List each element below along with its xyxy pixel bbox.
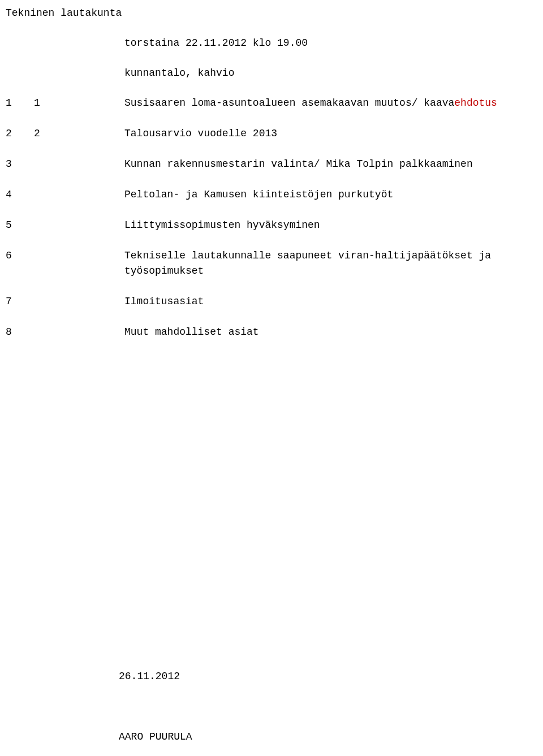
- agenda-text-highlight: ehdotus: [454, 97, 497, 109]
- agenda-text-pre: Susisaaren loma-asuntoalueen asemakaavan…: [124, 97, 454, 109]
- footer-signature: AARO PUURULA: [119, 729, 192, 745]
- agenda-subnumber: [34, 187, 124, 202]
- agenda-text-pre: Muut mahdolliset asiat: [124, 326, 259, 338]
- agenda-row: 3 Kunnan rakennusmestarin valinta/ Mika …: [6, 157, 526, 172]
- agenda-text: Liittymissopimusten hyväksyminen: [124, 218, 526, 233]
- agenda-row: 2 2 Talousarvio vuodelle 2013: [6, 126, 526, 141]
- agenda-text: Muut mahdolliset asiat: [124, 325, 526, 340]
- agenda-number: 8: [6, 325, 34, 340]
- agenda-text-pre: Tekniselle lautakunnalle saapuneet viran…: [124, 250, 491, 277]
- agenda-text-pre: Liittymissopimusten hyväksyminen: [124, 219, 320, 231]
- agenda-text: Kunnan rakennusmestarin valinta/ Mika To…: [124, 157, 526, 172]
- agenda-subnumber: [34, 248, 124, 279]
- document-header: Tekninen lautakunta torstaina 22.11.2012…: [6, 6, 526, 81]
- agenda-text: Tekniselle lautakunnalle saapuneet viran…: [124, 248, 526, 279]
- agenda-number: 3: [6, 157, 34, 172]
- agenda-number: 4: [6, 187, 34, 202]
- agenda-number: 5: [6, 218, 34, 233]
- agenda-subnumber: 2: [34, 126, 124, 141]
- agenda-row: 8 Muut mahdolliset asiat: [6, 325, 526, 340]
- footer-date: 26.11.2012: [119, 669, 192, 684]
- agenda-number: 7: [6, 294, 34, 309]
- agenda-number: 1: [6, 96, 34, 111]
- agenda-row: 7 Ilmoitusasiat: [6, 294, 526, 309]
- document-footer: 26.11.2012 AARO PUURULA: [119, 669, 192, 745]
- agenda-text: Ilmoitusasiat: [124, 294, 526, 309]
- agenda-row: 5 Liittymissopimusten hyväksyminen: [6, 218, 526, 233]
- board-title: Tekninen lautakunta: [6, 6, 526, 21]
- agenda-subnumber: [34, 157, 124, 172]
- agenda-row: 1 1 Susisaaren loma-asuntoalueen asemaka…: [6, 96, 526, 111]
- agenda-text-pre: Talousarvio vuodelle 2013: [124, 128, 277, 139]
- agenda-list: 1 1 Susisaaren loma-asuntoalueen asemaka…: [6, 96, 526, 340]
- agenda-text: Talousarvio vuodelle 2013: [124, 126, 526, 141]
- agenda-subnumber: 1: [34, 96, 124, 111]
- agenda-text: Peltolan- ja Kamusen kiinteistöjen purku…: [124, 187, 526, 202]
- agenda-text: Susisaaren loma-asuntoalueen asemakaavan…: [124, 96, 526, 111]
- agenda-text-pre: Ilmoitusasiat: [124, 296, 204, 307]
- agenda-number: 2: [6, 126, 34, 141]
- agenda-subnumber: [34, 294, 124, 309]
- agenda-row: 4 Peltolan- ja Kamusen kiinteistöjen pur…: [6, 187, 526, 202]
- agenda-text-pre: Kunnan rakennusmestarin valinta/ Mika To…: [124, 158, 473, 170]
- agenda-subnumber: [34, 218, 124, 233]
- agenda-number: 6: [6, 248, 34, 279]
- meeting-datetime: torstaina 22.11.2012 klo 19.00: [124, 36, 526, 51]
- agenda-text-pre: Peltolan- ja Kamusen kiinteistöjen purku…: [124, 189, 393, 200]
- meeting-location: kunnantalo, kahvio: [124, 66, 526, 81]
- agenda-subnumber: [34, 325, 124, 340]
- agenda-row: 6 Tekniselle lautakunnalle saapuneet vir…: [6, 248, 526, 279]
